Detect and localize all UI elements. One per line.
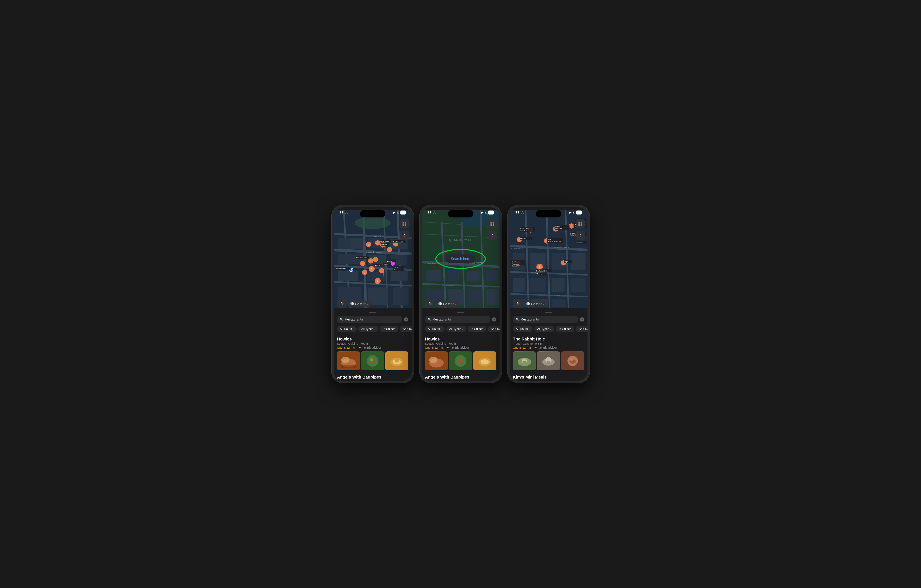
- map-bottom-bar-1: 🔭 💨 62° AQI 2: [337, 299, 371, 308]
- svg-text:Susie's: Susie's: [511, 261, 516, 263]
- svg-rect-80: [402, 224, 404, 226]
- search-here-btn[interactable]: Search here: [446, 255, 475, 263]
- svg-text:tch Whisky Exp...: tch Whisky Exp...: [336, 268, 347, 270]
- compass-btn-3[interactable]: [576, 231, 585, 240]
- svg-marker-124: [492, 236, 493, 237]
- result-rabbit-hole[interactable]: The Rabbit Hole French Cuisine · 0.8 mi …: [513, 335, 584, 372]
- next-result-name-2: Angels With Bagpipes: [425, 375, 496, 380]
- filter-in-guides-1[interactable]: In Guides: [380, 326, 398, 332]
- svg-text:4: 4: [539, 266, 540, 268]
- svg-rect-108: [485, 270, 498, 281]
- wifi-icon-2: ▲: [484, 211, 487, 214]
- map-type-btn-3[interactable]: [576, 219, 585, 228]
- svg-rect-23: [392, 288, 408, 305]
- result-rating-2: ★ 4.5 Tripadvisor: [446, 346, 469, 349]
- map-controls-3: [576, 219, 585, 240]
- search-clear-3[interactable]: ✕: [580, 317, 584, 322]
- map-area-3[interactable]: MELVILLE-DRIVE MELVILLE-TERRACE SCIENNES…: [509, 207, 587, 310]
- drag-handle-1[interactable]: [334, 310, 412, 313]
- search-here-container: Search here: [446, 255, 475, 263]
- next-result-3[interactable]: Kim's Mini Meals: [513, 372, 584, 380]
- svg-text:MELVILLE-DRIVE: MELVILLE-DRIVE: [511, 247, 523, 249]
- map-area-2[interactable]: MELVILLE DRIVE MELVILLE-TERRACE SCIENNES…: [421, 207, 500, 310]
- filter-all-hours-1[interactable]: All Hours ▾: [337, 326, 357, 332]
- result-howies-1[interactable]: Howies Scottish Cuisine · 700 ft Opens 1…: [337, 335, 408, 372]
- filter-in-guides-2[interactable]: In Guides: [468, 326, 486, 332]
- svg-rect-15: [337, 254, 363, 264]
- svg-rect-203: [578, 222, 580, 224]
- svg-rect-18: [337, 271, 358, 281]
- svg-text:4: 4: [371, 268, 373, 270]
- svg-rect-87: [341, 365, 356, 368]
- bottom-sheet-3: 🔍 Restaurants ✕ All Hours ▾ All Types ▾ …: [509, 310, 587, 381]
- search-clear-2[interactable]: ✕: [492, 317, 496, 322]
- map-type-btn-2[interactable]: [488, 219, 497, 228]
- svg-text:+1 more: +1 more: [386, 260, 392, 262]
- svg-rect-120: [493, 222, 494, 224]
- svg-rect-106: [447, 270, 460, 281]
- status-icons-3: ▶ ▲ 96: [569, 211, 581, 214]
- result-photo-3b: [537, 351, 560, 370]
- search-clear-1[interactable]: ✕: [404, 317, 408, 322]
- result-rating-1: ★ 4.5 Tripadvisor: [358, 346, 381, 349]
- svg-text:Argile: Argile: [564, 261, 568, 263]
- svg-text:QUARTERMILE: QUARTERMILE: [449, 238, 472, 242]
- map-type-btn-1[interactable]: [400, 219, 409, 228]
- svg-text:Wings: Wings: [384, 263, 388, 265]
- filter-all-types-2[interactable]: All Types ▾: [446, 326, 466, 332]
- filter-all-types-1[interactable]: All Types ▾: [358, 326, 378, 332]
- svg-text:Susie's: Susie's: [547, 239, 552, 240]
- svg-text:2: 2: [375, 258, 376, 261]
- drag-handle-3[interactable]: [509, 310, 587, 313]
- search-input-1[interactable]: 🔍 Restaurants: [337, 316, 402, 323]
- battery-2: 96: [488, 211, 493, 214]
- svg-marker-123: [492, 234, 493, 236]
- svg-text:Crepe &: Crepe &: [570, 232, 575, 234]
- map-controls-2: [488, 219, 497, 240]
- compass-btn-2[interactable]: [488, 231, 497, 240]
- compass-btn-1[interactable]: [400, 231, 409, 240]
- temp-1: 62°: [355, 302, 360, 305]
- svg-point-216: [547, 361, 551, 364]
- binoculars-btn-1[interactable]: 🔭: [337, 299, 347, 308]
- binoculars-btn-3[interactable]: 🔭: [513, 299, 522, 308]
- search-icon-1: 🔍: [340, 318, 343, 321]
- drag-handle-2[interactable]: [421, 310, 500, 313]
- filter-in-guides-3[interactable]: In Guides: [556, 326, 574, 332]
- search-bar-1: 🔍 Restaurants ✕: [334, 313, 412, 325]
- filter-all-hours-3[interactable]: All Hours ▾: [513, 326, 533, 332]
- filter-sort-by-2[interactable]: Sort by: [488, 326, 500, 332]
- filter-all-types-3[interactable]: All Types ▾: [534, 326, 554, 332]
- map-area-1[interactable]: THE MOUND GRASSMARKET MARKET STREET COWG…: [334, 207, 412, 310]
- result-name-2: Howies: [425, 337, 496, 341]
- result-howies-2[interactable]: Howies Scottish Cuisine · 700 ft Opens 1…: [425, 335, 496, 372]
- filter-sort-by-1[interactable]: Sort by: [400, 326, 412, 332]
- svg-rect-113: [487, 289, 498, 305]
- svg-point-133: [480, 359, 489, 364]
- search-query-1: Restaurants: [345, 318, 399, 322]
- search-query-3: Restaurants: [521, 318, 575, 322]
- next-result-1[interactable]: Angels With Bagpipes: [337, 372, 408, 380]
- svg-text:HATTON-PLACE: HATTON-PLACE: [549, 295, 560, 296]
- next-result-2[interactable]: Angels With Bagpipes: [425, 372, 496, 380]
- result-photo-3a: [513, 351, 536, 370]
- binoculars-btn-2[interactable]: 🔭: [425, 299, 434, 308]
- svg-text:3: 3: [377, 280, 378, 282]
- svg-rect-121: [490, 224, 492, 226]
- filter-all-hours-2[interactable]: All Hours ▾: [425, 326, 445, 332]
- search-input-3[interactable]: 🔍 Restaurants: [513, 316, 578, 323]
- svg-text:MELVILLE DRIVE: MELVILLE DRIVE: [423, 263, 436, 265]
- filter-sort-by-3[interactable]: Sort by: [576, 326, 587, 332]
- map-bottom-bar-2: 🔭 💨 62° AQI 2: [425, 299, 459, 308]
- svg-text:🍴: 🍴: [367, 243, 370, 246]
- aqi-2: AQI 2: [451, 302, 456, 305]
- svg-rect-205: [578, 224, 580, 226]
- svg-rect-146: [529, 278, 545, 292]
- weather-badge-3: 💨 62° AQI 2: [524, 300, 547, 307]
- svg-text:Wholefoods Wagon: Wholefoods Wagon: [547, 240, 561, 242]
- svg-text:THE MOUND: THE MOUND: [364, 251, 374, 253]
- status-time-3: 11:55: [516, 210, 524, 214]
- svg-rect-122: [493, 224, 494, 226]
- search-input-2[interactable]: 🔍 Restaurants: [425, 316, 490, 323]
- svg-rect-79: [405, 222, 406, 224]
